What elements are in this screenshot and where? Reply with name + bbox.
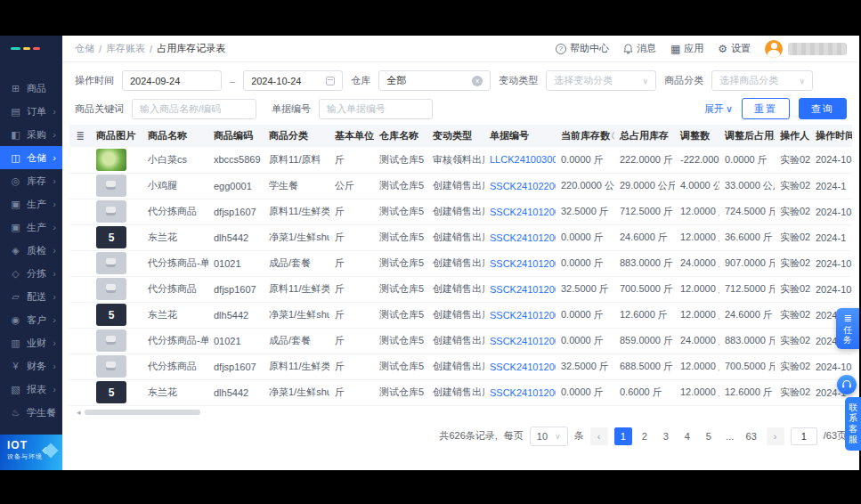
date-from-picker[interactable]: 2024-09-24	[122, 70, 222, 91]
sidebar-item-finance[interactable]: ¥财务›	[0, 354, 62, 378]
sidebar-item-delivery[interactable]: ▱配送›	[0, 285, 62, 308]
iot-banner[interactable]: IOT 设备与环境	[0, 435, 62, 470]
breadcrumb-stock-ledger[interactable]: 库存账表	[106, 42, 145, 55]
product-category-cell: 原料11/生鲜类	[264, 276, 329, 302]
doc-number-link[interactable]: LLCK24100300001	[490, 154, 556, 165]
adjust-qty-cell: 12.0000 斤	[675, 224, 719, 250]
page-ellipsis[interactable]: ...	[721, 427, 739, 445]
doc-number-link[interactable]: SSCK24101200002	[490, 362, 556, 372]
sidebar-item-warehouse[interactable]: ◫仓储›	[0, 146, 62, 169]
chevron-right-icon: ›	[53, 129, 56, 140]
logo-bar-red	[33, 47, 40, 50]
sidebar-item-student-meal[interactable]: ♨学生餐	[0, 401, 62, 424]
next-page-button[interactable]: ›	[767, 427, 784, 445]
product-image[interactable]	[96, 355, 126, 378]
product-code-cell: 01021	[208, 328, 264, 354]
product-image[interactable]	[96, 200, 126, 223]
page-jumper-input[interactable]	[791, 427, 817, 445]
base-unit-cell: 斤	[329, 147, 374, 173]
sidebar-item-inventory[interactable]: ◎库存›	[0, 169, 62, 192]
table-column-settings-icon[interactable]: ≣	[69, 125, 91, 147]
sidebar-item-biz-finance[interactable]: ▥业财›	[0, 331, 62, 354]
table-row: 代分拣商品dfjsp1607原料11/生鲜类斤测试仓库5创建销售出库SSCK24…	[69, 354, 852, 379]
column-header: 单据编号	[484, 125, 556, 147]
change-type-select[interactable]: 选择变动分类 ∨	[546, 70, 656, 91]
sidebar-item-production-2[interactable]: ▣生产›	[0, 215, 62, 239]
search-button[interactable]: 查询	[799, 98, 847, 119]
sidebar-item-reports[interactable]: ▧报表›	[0, 378, 62, 401]
sidebar-item-orders[interactable]: ▤订单›	[0, 100, 62, 123]
doc-number-label: 单据编号	[272, 102, 311, 116]
change-type-cell: 创建销售出库	[427, 250, 484, 276]
page-button-5[interactable]: 5	[700, 427, 718, 445]
scrollbar-thumb[interactable]	[85, 410, 200, 415]
product-image[interactable]	[96, 175, 126, 197]
messages-label: 消息	[637, 42, 656, 55]
info-icon[interactable]: ⓘ	[612, 130, 614, 142]
adjust-qty-cell: 24.0000 斤	[675, 328, 719, 354]
sidebar-item-production-1[interactable]: ▣生产›	[0, 192, 62, 215]
chevron-right-icon: ›	[53, 222, 56, 232]
doc-number-input[interactable]	[319, 99, 433, 119]
person-icon: ◉	[10, 314, 21, 326]
apps-button[interactable]: ▦ 应用	[670, 42, 703, 55]
messages-button[interactable]: 消息	[623, 42, 656, 55]
sidebar-item-purchase[interactable]: ◧采购›	[0, 123, 62, 146]
product-image[interactable]	[96, 278, 126, 300]
sidebar-item-goods[interactable]: ⊞商品	[0, 77, 62, 100]
product-image[interactable]: 5	[96, 226, 126, 248]
avatar	[765, 40, 783, 58]
page-button-1[interactable]: 1	[614, 427, 632, 445]
date-to-picker[interactable]: 2024-10-24	[243, 70, 343, 91]
customer-service-button[interactable]	[837, 375, 857, 394]
doc-number-link[interactable]: SSCK24101200003	[490, 258, 556, 269]
page-button-63[interactable]: 63	[743, 427, 760, 445]
table-header-row: ≣商品图片商品名称商品编码商品分类基本单位仓库名称变动类型单据编号当前库存数ⓘ总…	[69, 125, 852, 147]
task-panel-button[interactable]: ≣ 任务	[836, 308, 859, 349]
product-image[interactable]: 5	[96, 304, 126, 326]
sidebar-item-customers[interactable]: ◉客户›	[0, 308, 62, 331]
warehouse-name-cell: 测试仓库5	[374, 302, 427, 328]
contact-service-tab[interactable]: 联系客服	[845, 397, 861, 451]
doc-number-link[interactable]: SSCK24101200003	[490, 284, 556, 295]
meal-icon: ♨	[10, 407, 21, 419]
warehouse-select[interactable]: 全部 ×	[378, 70, 491, 91]
occupied-total-cell: 688.5000 斤	[614, 354, 675, 379]
sidebar-item-qc[interactable]: ◈质检›	[0, 239, 62, 262]
help-center-button[interactable]: ? 帮助中心	[556, 42, 609, 55]
current-stock-cell: 0.0000 斤	[556, 224, 614, 250]
keyword-input[interactable]	[132, 99, 256, 119]
doc-number-link[interactable]: SSCK24101200001	[490, 387, 556, 398]
page-button-4[interactable]: 4	[678, 427, 696, 445]
change-type-cell: 创建销售出库	[427, 276, 484, 302]
doc-number-cell: SSCK24101200003	[484, 224, 556, 250]
chevron-right-icon: ›	[53, 361, 56, 371]
doc-number-link[interactable]: SSCK24101200002	[490, 336, 556, 346]
chevron-down-icon: ∨	[726, 103, 733, 115]
expand-filters-link[interactable]: 展开 ∨	[704, 102, 733, 116]
page-button-2[interactable]: 2	[636, 427, 654, 445]
product-image[interactable]	[96, 252, 126, 274]
occupied-total-cell: 0.6000 斤	[614, 379, 675, 405]
product-image[interactable]	[96, 329, 126, 352]
breadcrumb-warehouse[interactable]: 仓储	[75, 42, 94, 55]
sidebar-item-sorting[interactable]: ◇分拣›	[0, 262, 62, 285]
product-image[interactable]	[96, 149, 126, 171]
product-image[interactable]: 5	[96, 381, 126, 403]
prev-page-button[interactable]: ‹	[590, 427, 608, 445]
clear-icon[interactable]: ×	[472, 76, 483, 86]
reset-button[interactable]: 重置	[742, 98, 790, 119]
screen: ⊞商品▤订单›◧采购›◫仓储›◎库存›▣生产›▣生产›◈质检›◇分拣›▱配送›◉…	[0, 0, 861, 504]
doc-number-link[interactable]: SSCK24101200002	[490, 310, 556, 321]
category-select[interactable]: 选择商品分类 ∨	[711, 70, 813, 91]
doc-number-link[interactable]: SSCK24101200003	[490, 232, 556, 243]
user-menu[interactable]	[765, 40, 847, 58]
breadcrumb: 仓储 / 库存账表 / 占用库存记录表	[75, 42, 225, 55]
settings-button[interactable]: ⚙ 设置	[718, 42, 751, 55]
per-page-select[interactable]: 10 ∨	[530, 427, 568, 446]
doc-number-link[interactable]: SSCK24101200004	[490, 207, 556, 217]
scroll-left-icon[interactable]: ◂	[77, 409, 81, 417]
doc-number-link[interactable]: SSCK24102200001	[490, 181, 556, 191]
page-button-3[interactable]: 3	[657, 427, 675, 445]
change-type-cell: 审核领料出库	[427, 147, 484, 173]
